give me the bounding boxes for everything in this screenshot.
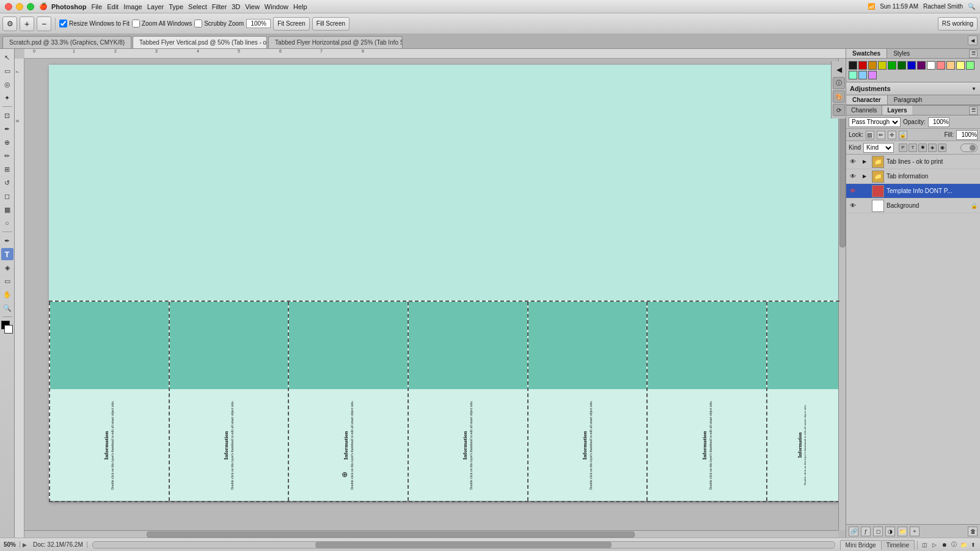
swatch-aqua[interactable]: [849, 71, 857, 79]
timeline-tab[interactable]: Timeline: [882, 540, 915, 550]
h-scrollbar-thumb-status[interactable]: [315, 542, 612, 548]
zoom-in-btn[interactable]: +: [20, 16, 34, 31]
3d-menu[interactable]: 3D: [232, 3, 240, 10]
share-icon[interactable]: ⬆: [969, 541, 978, 549]
link-layers-btn[interactable]: 🔗: [849, 527, 858, 536]
zoom-out-btn[interactable]: −: [37, 16, 51, 31]
file-menu[interactable]: File: [91, 3, 102, 10]
text-tool[interactable]: T: [1, 248, 13, 260]
fit-screen-btn[interactable]: Fit Screen: [273, 17, 310, 31]
new-group-btn[interactable]: 📁: [898, 527, 907, 536]
zoom-all-checkbox[interactable]: [132, 20, 140, 27]
filter-icon-2[interactable]: T: [909, 144, 917, 152]
swatch-light-yellow[interactable]: [956, 61, 965, 70]
swatch-lavender[interactable]: [868, 71, 877, 79]
layer-row-tab-info[interactable]: 👁 ▶ 📁 Tab information: [846, 169, 980, 184]
stamp-tool[interactable]: ⊞: [1, 163, 13, 175]
layer-expand-tab-lines[interactable]: ▶: [860, 159, 869, 164]
search-icon[interactable]: 🔍: [968, 3, 975, 10]
swatch-light-red[interactable]: [937, 61, 945, 70]
swatch-blue[interactable]: [907, 61, 916, 70]
hand-tool[interactable]: ✋: [1, 288, 13, 301]
color-swatches[interactable]: [1, 321, 13, 338]
record-icon[interactable]: ⏺: [940, 541, 948, 549]
info-btn[interactable]: ⓘ: [833, 77, 845, 89]
add-mask-btn[interactable]: ◻: [873, 527, 883, 536]
history-tool[interactable]: ↺: [1, 177, 13, 189]
window-menu[interactable]: Window: [265, 3, 288, 10]
mini-bridge-tab[interactable]: Mini Bridge: [840, 540, 882, 550]
tab-scratch[interactable]: Scratch.psd @ 33.3% (Graphics, CMYK/8): [2, 36, 131, 48]
swatch-peach[interactable]: [946, 61, 955, 70]
swatch-black[interactable]: [849, 61, 857, 70]
swatch-light-blue[interactable]: [858, 71, 867, 79]
filter-menu[interactable]: Filter: [212, 3, 227, 10]
filter-toggle[interactable]: [960, 144, 978, 152]
lasso-tool[interactable]: ◎: [1, 78, 13, 90]
zoom-level-display[interactable]: 100%: [246, 19, 271, 28]
layer-vis-tab-info[interactable]: 👁: [849, 172, 857, 181]
delete-layer-btn[interactable]: 🗑: [968, 527, 978, 536]
resize-windows-checkbox[interactable]: [59, 20, 67, 27]
swatch-white[interactable]: [927, 61, 935, 70]
filter-icon-3[interactable]: ✱: [918, 144, 927, 152]
scrollbar-horizontal[interactable]: [24, 530, 838, 538]
adjustment-layer-btn[interactable]: ◑: [885, 527, 895, 536]
gradient-tool[interactable]: ▦: [1, 203, 13, 216]
zoom-level-status[interactable]: 50%: [0, 541, 20, 548]
layer-vis-tab-lines[interactable]: 👁: [849, 158, 857, 166]
swatches-menu-btn[interactable]: ☰: [969, 49, 978, 58]
filter-icon-1[interactable]: P: [899, 144, 907, 152]
lock-position-btn[interactable]: ✛: [888, 131, 896, 139]
swatch-dark-green[interactable]: [898, 61, 906, 70]
pen-tool[interactable]: ✒: [1, 235, 13, 247]
layers-menu-btn[interactable]: ☰: [969, 106, 978, 115]
styles-tab[interactable]: Styles: [887, 49, 916, 58]
swatch-green[interactable]: [888, 61, 896, 70]
blend-mode-select[interactable]: Pass Through: [849, 117, 901, 127]
paragraph-tab[interactable]: Paragraph: [888, 95, 929, 104]
minimize-button[interactable]: [16, 3, 23, 10]
crop-tool[interactable]: ⊡: [1, 109, 13, 122]
eraser-tool[interactable]: ◻: [1, 190, 13, 202]
maximize-button[interactable]: [27, 3, 34, 10]
action-icon[interactable]: ▷: [930, 541, 938, 549]
info-status-icon[interactable]: ⓘ: [949, 541, 958, 549]
image-menu[interactable]: Image: [123, 3, 142, 10]
type-menu[interactable]: Type: [169, 3, 183, 10]
tabs-collapse-btn[interactable]: ◀: [968, 35, 978, 45]
swatch-red[interactable]: [858, 61, 867, 70]
layer-comp-icon[interactable]: ◫: [920, 541, 929, 549]
swatch-yellow[interactable]: [878, 61, 887, 70]
lock-all-btn[interactable]: 🔒: [899, 131, 907, 139]
filter-icon-5[interactable]: ◉: [938, 144, 946, 152]
filter-kind-select[interactable]: Kind: [863, 143, 894, 153]
scrollbar-h-thumb[interactable]: [147, 531, 635, 538]
swatch-orange[interactable]: [868, 61, 877, 70]
view-menu[interactable]: View: [245, 3, 260, 10]
scrubby-zoom-checkbox[interactable]: [194, 20, 202, 27]
close-button[interactable]: [5, 3, 12, 10]
eyedropper-tool[interactable]: ✒: [1, 123, 13, 135]
collapse-right-btn[interactable]: ◀: [833, 64, 845, 76]
shape-tool[interactable]: ▭: [1, 275, 13, 287]
select-menu[interactable]: Select: [188, 3, 207, 10]
lock-transparent-btn[interactable]: ▨: [866, 131, 874, 139]
brush-tool[interactable]: ✏: [1, 150, 13, 162]
background-color[interactable]: [4, 325, 13, 334]
history-btn[interactable]: ⟳: [833, 104, 845, 116]
canvas-scroll-area[interactable]: Information Double click on this layer's…: [24, 59, 846, 538]
layer-menu[interactable]: Layer: [147, 3, 164, 10]
adjustments-collapse[interactable]: ▼: [971, 86, 976, 92]
layer-vis-background[interactable]: 👁: [849, 202, 857, 210]
fill-input[interactable]: [956, 130, 978, 140]
help-menu[interactable]: Help: [293, 3, 307, 10]
marquee-tool[interactable]: ▭: [1, 65, 13, 77]
tab-vertical-flyer[interactable]: Tabbed Flyer Vertical.psd @ 50% (Tab lin…: [133, 36, 267, 48]
lock-image-btn[interactable]: ✏: [877, 131, 885, 139]
folder-status-icon[interactable]: 📁: [959, 541, 968, 549]
heal-tool[interactable]: ⊕: [1, 136, 13, 148]
workspace-btn[interactable]: RS working: [938, 17, 978, 31]
tool-options-btn[interactable]: ⚙: [2, 16, 17, 31]
layer-row-tab-lines[interactable]: 👁 ▶ 📁 Tab lines - ok to print: [846, 155, 980, 169]
